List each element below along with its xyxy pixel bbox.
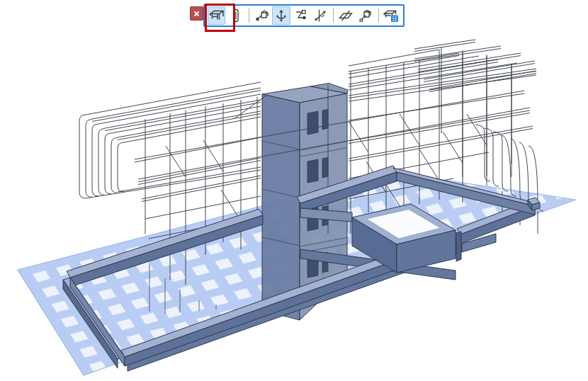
drag-arrows-icon <box>273 8 289 23</box>
palette-close-button[interactable] <box>190 6 203 21</box>
object-settings-button[interactable] <box>383 6 400 25</box>
capsule-icon <box>228 8 244 23</box>
tower-left-face <box>262 94 300 320</box>
drag-copy-button[interactable] <box>356 6 374 25</box>
drag-copy-icon <box>358 8 373 23</box>
move-node-icon <box>254 8 270 23</box>
rotate-button[interactable] <box>311 6 329 25</box>
settings-table-icon <box>383 8 399 23</box>
close-icon <box>193 11 200 17</box>
stretch-button[interactable] <box>292 6 310 25</box>
application-window <box>0 0 588 381</box>
object-tool-button[interactable] <box>208 6 225 25</box>
column-tool-button[interactable] <box>227 6 244 25</box>
drag-button[interactable] <box>272 6 290 25</box>
table-icon <box>209 8 225 23</box>
3d-viewport[interactable] <box>0 0 588 381</box>
toolbar-divider <box>333 8 334 23</box>
stretch-icon <box>293 8 308 23</box>
elevate-icon <box>338 8 354 23</box>
toolbar-divider <box>378 8 379 23</box>
toolbar-divider <box>249 8 249 23</box>
rotate-icon <box>312 8 328 23</box>
move-node-button[interactable] <box>253 6 271 25</box>
pet-palette-toolbar <box>203 4 405 27</box>
elevate-button[interactable] <box>337 6 355 25</box>
